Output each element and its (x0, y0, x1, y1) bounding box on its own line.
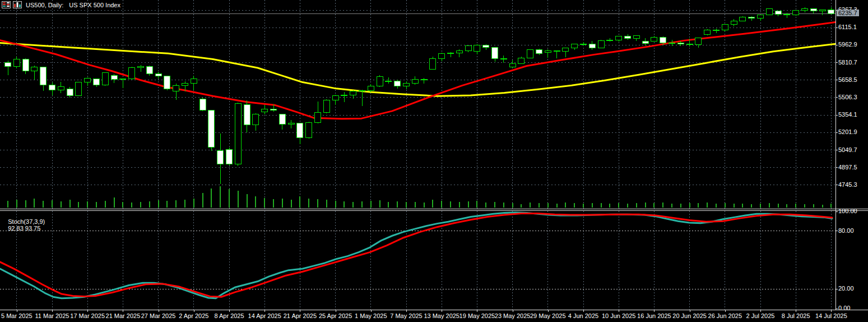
price-axis-tick (835, 132, 838, 133)
date-axis-label: 26 Jun 2025 (708, 312, 742, 319)
chart-icon[interactable] (13, 1, 22, 8)
date-axis-label: 29 May 2025 (530, 312, 566, 319)
date-axis-tick (725, 310, 726, 312)
price-axis-label: 5810.7 (838, 59, 857, 66)
date-axis-tick (194, 310, 194, 312)
date-axis-label: 23 May 2025 (495, 312, 531, 319)
indicator-name: Stoch(37,3,9) (8, 218, 45, 225)
stoch-axis-tick (835, 231, 838, 231)
price-axis[interactable]: 6267.36115.15962.95810.75658.55506.35354… (835, 0, 868, 310)
date-axis-label: 25 Apr 2025 (319, 312, 352, 319)
date-axis-tick (159, 310, 159, 312)
date-axis-tick (52, 310, 53, 312)
stoch-axis-tick (835, 289, 838, 289)
stoch-axis-label: 20.00 (838, 285, 854, 292)
date-axis-label: 2 Jul 2025 (746, 312, 775, 319)
price-axis-tick (835, 27, 838, 28)
price-axis-label: 6115.1 (838, 24, 857, 30)
price-axis-tick (835, 80, 838, 80)
stoch-axis-label: 100.00 (838, 208, 857, 214)
date-axis-label: 1 May 2025 (355, 312, 387, 319)
main-chart-plot[interactable] (0, 0, 835, 209)
chart-symbol-period: US500, Daily: (26, 2, 63, 8)
date-axis-label: 16 Jun 2025 (637, 312, 671, 319)
chart-symbol-description: US SPX 500 Index (69, 2, 120, 8)
date-axis-tick (583, 310, 584, 312)
price-axis-tick (835, 167, 838, 168)
date-axis-label: 19 May 2025 (459, 312, 495, 319)
stoch-axis-label: 80.00 (838, 227, 854, 234)
price-axis-tick (835, 62, 838, 63)
menu-icon[interactable] (2, 1, 11, 8)
price-axis-tick (835, 45, 838, 45)
date-axis-label: 14 Jul 2025 (815, 312, 847, 319)
indicator-label: Stoch(37,3,9) 92.83 93.75 (1, 211, 45, 238)
date-axis-label: 11 Mar 2025 (35, 312, 69, 319)
date-axis-tick (371, 310, 372, 312)
date-axis-label: 10 Jun 2025 (602, 312, 636, 319)
price-axis-label: 5049.7 (838, 146, 857, 153)
panel-separator[interactable] (0, 209, 868, 211)
date-axis-label: 21 Mar 2025 (106, 312, 141, 319)
date-axis-label: 8 Apr 2025 (214, 312, 244, 319)
date-axis-tick (406, 310, 407, 312)
price-axis-tick (835, 185, 838, 185)
date-axis-label: 8 Jul 2025 (782, 312, 810, 319)
date-axis-tick (690, 310, 690, 312)
date-axis-label: 5 Mar 2025 (1, 312, 33, 319)
date-axis-tick (87, 310, 88, 312)
price-axis-tick (835, 150, 838, 150)
price-axis-label: 4745.3 (838, 181, 857, 188)
price-axis-label: 5658.5 (838, 76, 857, 83)
date-axis-label: 4 Jun 2025 (568, 312, 598, 319)
date-axis-tick (123, 310, 123, 312)
price-axis-label: 5201.9 (838, 128, 857, 135)
chart-title-bar: US500, Daily: US SPX 500 Index (2, 1, 120, 8)
date-axis-tick (17, 310, 17, 312)
date-axis-tick (229, 310, 230, 312)
date-axis-tick (336, 310, 336, 312)
date-axis-label: 17 Mar 2025 (70, 312, 105, 319)
date-axis-tick (442, 310, 442, 312)
current-price-badge: 6235.7 (837, 10, 859, 16)
price-axis-label: 5962.9 (838, 41, 857, 48)
date-axis-label: 20 Jun 2025 (672, 312, 707, 319)
date-axis-label: 14 Apr 2025 (248, 312, 281, 319)
chart-window: US500, Daily: US SPX 500 Index Stoch(37,… (0, 0, 868, 322)
date-axis[interactable]: 5 Mar 202511 Mar 202517 Mar 202521 Mar 2… (0, 310, 868, 322)
date-axis-label: 7 May 2025 (390, 312, 422, 319)
date-axis-tick (264, 310, 265, 312)
stoch-axis-tick (835, 309, 838, 309)
indicator-values: 92.83 93.75 (8, 225, 40, 232)
date-axis-label: 27 Mar 2025 (141, 312, 176, 319)
date-axis-tick (548, 310, 549, 312)
date-axis-tick (760, 310, 761, 312)
date-axis-label: 13 May 2025 (424, 312, 459, 319)
date-axis-tick (796, 310, 796, 312)
stochastic-plot[interactable] (0, 211, 835, 310)
date-axis-tick (300, 310, 300, 312)
price-axis-tick (835, 97, 838, 98)
date-axis-tick (654, 310, 655, 312)
price-axis-tick (835, 115, 838, 116)
date-axis-tick (831, 310, 832, 312)
date-axis-label: 2 Apr 2025 (179, 312, 208, 319)
date-axis-tick (619, 310, 619, 312)
price-axis-label: 5354.1 (838, 111, 857, 118)
date-axis-label: 21 Apr 2025 (284, 312, 317, 319)
date-axis-tick (513, 310, 513, 312)
stoch-axis-tick (835, 211, 838, 212)
price-axis-label: 5506.3 (838, 94, 857, 100)
date-axis-tick (477, 310, 477, 312)
price-axis-label: 4897.5 (838, 164, 857, 171)
